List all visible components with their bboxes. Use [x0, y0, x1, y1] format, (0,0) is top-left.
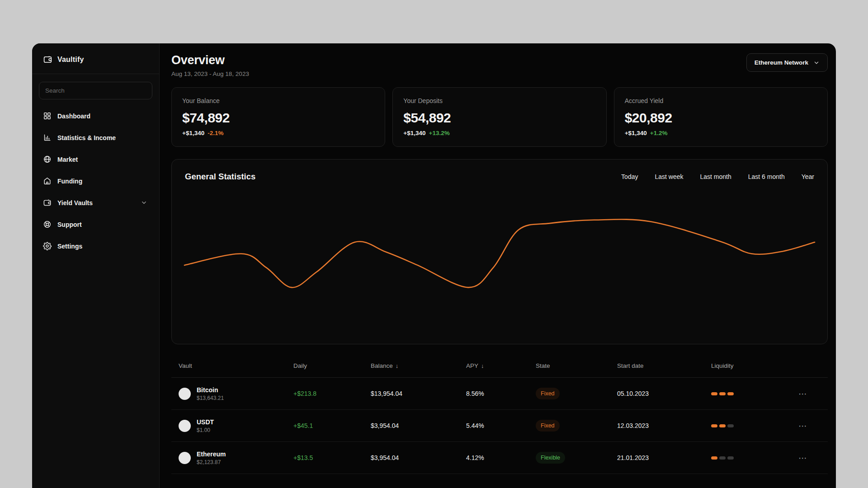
filter-today[interactable]: Today [621, 173, 638, 180]
state-badge: Flexible [536, 452, 565, 464]
coin-avatar [179, 420, 191, 432]
search-input[interactable] [39, 82, 152, 99]
sidebar-item-funding[interactable]: Funding [39, 172, 152, 190]
vault-name: USDT [197, 418, 214, 426]
sidebar-item-market[interactable]: Market [39, 150, 152, 168]
logo: Vaultify [32, 43, 159, 74]
coin-avatar [179, 388, 191, 400]
vault-name: Ethereum [197, 450, 226, 458]
liquidity-pill [727, 392, 734, 395]
liquidity-pill [711, 392, 717, 395]
sidebar-item-settings[interactable]: Settings [39, 237, 152, 255]
network-selector-label: Ethereum Network [755, 59, 808, 66]
column-header-state: State [536, 362, 617, 369]
sidebar-item-label: Support [57, 221, 82, 228]
sidebar-nav: Dashboard Statistics & Income Market Fun… [32, 103, 159, 258]
liquidity-pill [711, 456, 717, 460]
coin-avatar [179, 452, 191, 464]
sidebar-item-label: Funding [57, 178, 82, 185]
daily-change: +$213.8 [293, 390, 371, 397]
start-date: 12.03.2023 [617, 422, 711, 429]
app-window: Vaultify Dashboard Statistics & Income M… [32, 43, 836, 488]
start-date: 05.10.2023 [617, 390, 711, 397]
apy-value: 4.12% [466, 454, 536, 461]
balance-value: $13,954.04 [371, 390, 466, 397]
chevron-down-icon [140, 199, 148, 206]
app-title: Vaultify [57, 56, 84, 64]
globe-icon [43, 155, 52, 164]
liquidity-pill [727, 424, 734, 427]
column-header-liquidity: Liquidity [711, 362, 778, 369]
stat-change-percent: -2.1% [208, 130, 223, 136]
bar-chart-icon [43, 133, 52, 142]
vaults-table: Vault Daily Balance↓ APY↓ State Start da… [171, 355, 828, 474]
table-row: USDT $1.00 +$45.1 $3,954.04 5.44% Fixed … [171, 410, 828, 442]
liquidity-pill [711, 424, 717, 427]
stat-change-percent: +13.2% [429, 130, 450, 136]
sidebar: Vaultify Dashboard Statistics & Income M… [32, 43, 160, 488]
row-actions-button[interactable]: ⋯ [778, 454, 828, 462]
liquidity-indicator [711, 424, 778, 427]
sidebar-item-support[interactable]: Support [39, 216, 152, 233]
dashboard-grid-icon [43, 112, 52, 120]
liquidity-indicator [711, 456, 778, 460]
wallet-icon [43, 198, 52, 207]
liquidity-pill [727, 456, 734, 460]
gear-icon [43, 242, 52, 250]
statistics-title: General Statistics [185, 172, 255, 182]
statistics-line-chart [172, 160, 827, 344]
vault-price: $13,643.21 [197, 395, 224, 401]
vault-price: $2,123.87 [197, 459, 226, 465]
daily-change: +$13.5 [293, 454, 371, 461]
home-icon [43, 177, 52, 185]
vault-name: Bitcoin [197, 386, 224, 394]
balance-value: $3,954.04 [371, 422, 466, 429]
lifebuoy-icon [43, 220, 52, 229]
sidebar-item-statistics-income[interactable]: Statistics & Income [39, 129, 152, 146]
row-actions-button[interactable]: ⋯ [778, 422, 828, 430]
sidebar-item-yield-vaults[interactable]: Yield Vaults [39, 194, 152, 211]
stat-card-value: $54,892 [403, 110, 595, 126]
sidebar-item-label: Yield Vaults [57, 199, 93, 206]
start-date: 21.01.2023 [617, 454, 711, 461]
state-badge: Fixed [536, 388, 560, 399]
balance-value: $3,954.04 [371, 454, 466, 461]
liquidity-pill [719, 424, 726, 427]
filter-last-week[interactable]: Last week [655, 173, 683, 180]
vault-price: $1.00 [197, 427, 214, 433]
sidebar-item-label: Market [57, 156, 78, 163]
column-header-daily: Daily [293, 362, 371, 369]
sidebar-item-label: Dashboard [57, 113, 90, 120]
column-header-vault: Vault [171, 362, 293, 369]
column-header-apy[interactable]: APY↓ [466, 362, 536, 369]
stat-change-amount: +$1,340 [403, 130, 425, 136]
filter-last-6-month[interactable]: Last 6 month [748, 173, 785, 180]
chevron-down-icon [813, 60, 820, 66]
daily-change: +$45.1 [293, 422, 371, 429]
network-selector[interactable]: Ethereum Network [746, 53, 828, 72]
apy-value: 5.44% [466, 422, 536, 429]
liquidity-indicator [711, 392, 778, 395]
sidebar-item-label: Settings [57, 243, 82, 250]
apy-value: 8.56% [466, 390, 536, 397]
sidebar-item-dashboard[interactable]: Dashboard [39, 107, 152, 125]
date-range: Aug 13, 2023 - Aug 18, 2023 [171, 70, 249, 77]
table-row: Ethereum $2,123.87 +$13.5 $3,954.04 4.12… [171, 442, 828, 474]
stat-card-your-balance: Your Balance $74,892 +$1,340 -2.1% [171, 87, 385, 147]
liquidity-pill [719, 392, 726, 395]
column-header-balance[interactable]: Balance↓ [371, 362, 466, 369]
column-header-start-date: Start date [617, 362, 711, 369]
stat-change-percent: +1.2% [650, 130, 668, 136]
sort-down-icon: ↓ [396, 362, 399, 369]
sort-down-icon: ↓ [481, 362, 484, 369]
stat-card-your-deposits: Your Deposits $54,892 +$1,340 +13.2% [392, 87, 606, 147]
main-content: Overview Aug 13, 2023 - Aug 18, 2023 Eth… [160, 43, 836, 488]
filter-last-month[interactable]: Last month [700, 173, 731, 180]
stat-card-value: $74,892 [182, 110, 374, 126]
filter-year[interactable]: Year [802, 173, 814, 180]
liquidity-pill [719, 456, 726, 460]
row-actions-button[interactable]: ⋯ [778, 389, 828, 398]
state-badge: Fixed [536, 420, 560, 432]
stat-card-label: Your Balance [182, 97, 374, 104]
stat-card-accrued-yield: Accrued Yield $20,892 +$1,340 +1.2% [614, 87, 828, 147]
